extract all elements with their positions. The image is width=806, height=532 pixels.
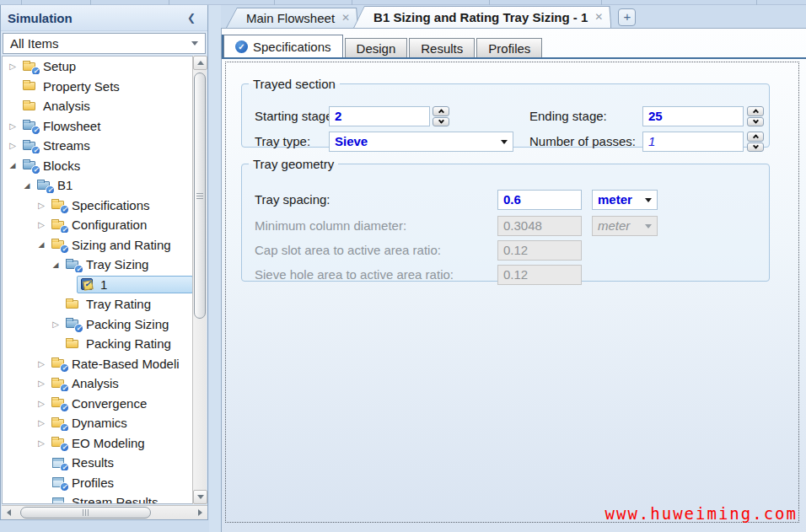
expand-arrow-icon[interactable]: ▷ (35, 220, 48, 229)
cap-slot-ratio-input: 0.12 (497, 240, 582, 261)
expand-arrow-icon[interactable]: ▷ (35, 359, 48, 368)
tree-item-configuration[interactable]: ▷✓Configuration (3, 215, 193, 235)
spin-up-button[interactable] (747, 106, 764, 116)
tray-type-select[interactable]: Sieve (329, 132, 513, 152)
thumb-grip (83, 509, 89, 516)
tree-item-flowsheet[interactable]: ▷✓Flowsheet (3, 116, 193, 137)
tree-item-rate-based-modeli[interactable]: ▷✓Rate-Based Modeli (3, 354, 193, 374)
tree-item-eo-modeling[interactable]: ▷✓EO Modeling (3, 433, 193, 454)
tree-item-blocks[interactable]: ◢✓Blocks (3, 156, 193, 176)
expand-arrow-icon[interactable]: ▷ (6, 141, 19, 150)
sieve-hole-ratio-label: Sieve hole area to active area ratio: (255, 265, 454, 285)
tree-vertical-scrollbar[interactable] (192, 56, 207, 504)
tree-item-label: Specifications (72, 198, 150, 212)
tree-item-analysis[interactable]: Analysis (3, 96, 193, 116)
number-of-passes-input[interactable]: 1 (642, 132, 744, 152)
tree-item-dynamics[interactable]: ▷✓Dynamics (3, 413, 193, 433)
tree-item-label: Convergence (72, 396, 147, 411)
expand-arrow-icon[interactable]: ▷ (35, 399, 48, 408)
folder-yellow-icon (66, 337, 82, 351)
tab-label: B1 Sizing and Rating Tray Sizing - 1 (373, 10, 588, 24)
horizontal-scroll-thumb[interactable] (20, 507, 151, 519)
spin-up-button[interactable] (433, 106, 449, 116)
tree-item-tray-rating[interactable]: Tray Rating (3, 294, 193, 314)
tree-item-label: Streams (43, 138, 90, 153)
chevron-down-icon (438, 117, 443, 123)
collapse-arrow-icon[interactable]: ◢ (49, 261, 62, 269)
tab-b1-tray-sizing[interactable]: B1 Sizing and Rating Tray Sizing - 1 ✕ (353, 6, 611, 28)
tree-item-property-sets[interactable]: Property Sets (3, 77, 193, 97)
tree-item-results[interactable]: ✓Results (3, 453, 193, 473)
panel-splitter[interactable] (209, 5, 221, 532)
spin-up-button[interactable] (747, 132, 764, 142)
tree-item-1[interactable]: 1 (3, 275, 193, 295)
tree-item-specifications[interactable]: ▷✓Specifications (3, 196, 193, 216)
spin-down-button[interactable] (747, 142, 764, 153)
scroll-left-button[interactable] (2, 506, 16, 519)
expand-arrow-icon[interactable]: ▷ (35, 418, 48, 427)
tree-item-convergence[interactable]: ▷✓Convergence (3, 394, 193, 414)
expand-arrow-icon[interactable]: ▷ (6, 62, 19, 71)
scroll-down-button[interactable] (193, 490, 207, 504)
starting-stage-input[interactable]: 2 (329, 106, 430, 126)
close-tab-icon[interactable]: ✕ (594, 11, 603, 23)
tab-design[interactable]: Design (345, 38, 408, 57)
collapse-arrow-icon[interactable]: ◢ (20, 181, 34, 190)
tree-item-packing-sizing[interactable]: ▷✓Packing Sizing (3, 314, 193, 335)
dropdown-arrow-icon (645, 224, 652, 232)
scroll-right-button[interactable] (193, 506, 207, 519)
tree-item-label: Packing Sizing (86, 317, 169, 331)
folder-check-yellow-icon: ✓ (51, 416, 67, 430)
scroll-up-button[interactable] (193, 56, 207, 70)
form-check-icon: ✓ (51, 496, 67, 504)
collapse-arrow-icon[interactable]: ◢ (35, 240, 48, 249)
tree-item-label: Stream Results (72, 495, 159, 504)
ending-stage-input[interactable]: 25 (642, 106, 744, 126)
new-tab-button[interactable]: + (618, 8, 636, 26)
tree-horizontal-scrollbar[interactable] (2, 505, 207, 519)
tree-item-setup[interactable]: ▷✓Setup (3, 56, 193, 77)
expand-arrow-icon[interactable]: ▷ (49, 320, 62, 329)
tree-item-label: Flowsheet (43, 119, 100, 133)
tree-item-profiles[interactable]: ✓Profiles (3, 473, 193, 493)
form-tab-label: Design (357, 41, 396, 56)
tray-spacing-unit-select[interactable]: meter (592, 190, 658, 210)
collapse-panel-icon[interactable]: ❮ (187, 12, 201, 24)
folder-check-yellow-icon: ✓ (51, 436, 67, 449)
tree-item-label: Property Sets (43, 79, 120, 94)
tree-item-streams[interactable]: ▷✓Streams (3, 136, 193, 156)
tree-item-sizing-and-rating[interactable]: ◢✓Sizing and Rating (3, 235, 193, 255)
document-tab-bar: Main Flowsheet ✕ B1 Sizing and Rating Tr… (221, 5, 806, 28)
tree-item-packing-rating[interactable]: Packing Rating (3, 334, 193, 354)
min-column-diameter-unit-select: meter (592, 216, 658, 236)
navigator-header: Simulation ❮ (1, 5, 207, 31)
tab-main-flowsheet[interactable]: Main Flowsheet ✕ (226, 8, 358, 28)
tab-profiles[interactable]: Profiles (476, 38, 542, 57)
form-check-icon: ✓ (51, 456, 67, 470)
tree-item-analysis[interactable]: ▷✓Analysis (3, 373, 193, 394)
collapse-arrow-icon[interactable]: ◢ (6, 161, 19, 169)
chevron-down-icon (752, 142, 758, 148)
spin-down-button[interactable] (433, 117, 449, 127)
folder-yellow-icon (23, 99, 39, 113)
triangle-down-icon (197, 495, 204, 502)
vertical-scroll-thumb[interactable] (194, 73, 206, 319)
tab-results[interactable]: Results (409, 38, 475, 57)
expand-arrow-icon[interactable]: ▷ (35, 201, 48, 210)
folder-check-blue-icon: ✓ (23, 159, 39, 172)
expand-arrow-icon[interactable]: ▷ (6, 121, 19, 131)
thumb-grip (196, 192, 203, 199)
tree-item-tray-sizing[interactable]: ◢✓Tray Sizing (3, 255, 193, 275)
chevron-up-icon (438, 110, 443, 116)
tree-item-b1[interactable]: ◢✓B1 (3, 175, 193, 196)
tab-specifications[interactable]: ✓ Specifications (223, 35, 343, 57)
expand-arrow-icon[interactable]: ▷ (35, 438, 48, 448)
spin-down-button[interactable] (747, 117, 764, 127)
tree-filter-combobox[interactable]: All Items (3, 33, 206, 54)
folder-check-blue-icon: ✓ (37, 179, 53, 192)
tree-item-stream-results[interactable]: ✓Stream Results (3, 492, 193, 504)
tray-spacing-input[interactable]: 0.6 (497, 190, 582, 210)
close-tab-icon[interactable]: ✕ (341, 12, 350, 24)
number-of-passes-spinner (747, 132, 764, 152)
expand-arrow-icon[interactable]: ▷ (35, 379, 48, 388)
